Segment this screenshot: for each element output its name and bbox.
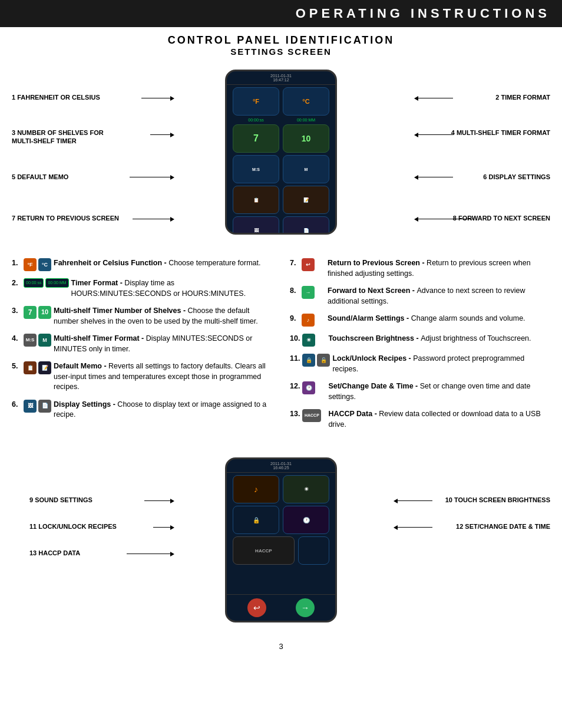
cell-disp1: 🖼 — [233, 216, 279, 235]
item-12-icons: 🕐 — [302, 381, 326, 394]
icon-txt: 📄 — [38, 400, 51, 413]
arrow-12 — [397, 527, 432, 528]
item-10: 10. ☀ Touchscreen Brightness - Adjust br… — [290, 334, 550, 347]
cell-disp2: 📄 — [283, 216, 329, 235]
cell-time2: 🕐 — [283, 506, 329, 534]
icon-memo2: 📝 — [38, 361, 51, 374]
device-mockup-1: 2011-01-3116:47:12 °F °C 00:00:ss 00:00:… — [225, 70, 337, 235]
icon-time-hm: 00:00:MM — [45, 278, 68, 288]
item-10-text: Touchscreen Brightness - Adjust brightne… — [328, 334, 550, 344]
sub-section-title: SETTINGS SCREEN — [0, 47, 562, 57]
label-2-timer: 2 TIMER FORMAT — [495, 93, 550, 101]
arrow-4 — [418, 134, 453, 135]
cell-fahrenheit: °F — [233, 87, 279, 116]
left-col: 1. °F °C Fahrenheit or Celsius Function … — [12, 258, 272, 437]
arrow-5 — [130, 177, 171, 177]
timer-hms: 00:00:ss — [233, 118, 279, 122]
right-col: 7. ↩ Return to Previous Screen - Return … — [290, 258, 550, 437]
arrow-3 — [150, 134, 171, 135]
icon-ms: M:S — [24, 334, 37, 347]
page-header: OPERATING INSTRUCTIONS — [0, 0, 562, 27]
icon-sound: ♪ — [302, 314, 315, 327]
item-1-num: 1. — [12, 258, 21, 269]
arrow-2 — [418, 98, 453, 98]
item-8-icons: → — [302, 286, 325, 299]
item-7-icons: ↩ — [302, 258, 325, 271]
item-13-text: HACCP Data - Review data collected or do… — [328, 409, 550, 430]
label-5-memo: 5 DEFAULT MEMO — [12, 173, 68, 181]
item-7: 7. ↩ Return to Previous Screen - Return … — [290, 258, 550, 279]
label-7-return: 7 RETURN TO PREVIOUS SCREEN — [12, 214, 119, 222]
arrow-9 — [144, 500, 171, 501]
arrow-13 — [127, 554, 171, 554]
cell-sound: ♪ — [233, 475, 279, 503]
label-1-fahrenheit: 1 FAHRENHEIT OR CELSIUS — [12, 93, 100, 101]
item-12-text: Set/Change Date & Time - Set or change o… — [328, 381, 550, 402]
icon-img: 🖼 — [24, 400, 37, 413]
item-13-icons: HACCP — [302, 409, 326, 422]
item-11: 11. 🔒 🔓 Lock/Unlock Recipes - Password p… — [290, 354, 550, 374]
label-4-multishelf: 4 MULTI-SHELF TIMER FORMAT — [451, 129, 550, 137]
item-9: 9. ♪ Sound/Alarm Settings - Change alarm… — [290, 314, 550, 327]
icon-brightness: ☀ — [302, 334, 315, 347]
item-13-num: 13. — [290, 409, 300, 420]
cell-lock2: 🔒 — [233, 506, 279, 534]
item-2: 2. 00:00:ss 00:00:MM Timer Format - Disp… — [12, 278, 272, 299]
item-1-text: Fahrenheit or Celsius Function - Choose … — [54, 258, 272, 269]
item-12: 12. 🕐 Set/Change Date & Time - Set or ch… — [290, 381, 550, 402]
item-12-num: 12. — [290, 381, 300, 392]
cell-celsius: °C — [283, 87, 329, 116]
item-11-text: Lock/Unlock Recipes - Password protect p… — [332, 354, 550, 374]
item-5-num: 5. — [12, 361, 21, 372]
item-1-icons: °F °C — [24, 258, 51, 271]
item-3-icons: 7 10 — [24, 306, 51, 319]
cell-7shelves: 7 — [233, 124, 279, 153]
diagram-1: 1 FAHRENHEIT OR CELSIUS 3 NUMBER OF SHEL… — [0, 64, 562, 252]
arrow-6 — [418, 177, 453, 177]
item-4-num: 4. — [12, 334, 21, 344]
arrow-10 — [397, 500, 432, 501]
label-13-haccp: 13 HACCP DATA — [29, 549, 80, 557]
item-11-icons: 🔒 🔓 — [302, 354, 330, 367]
icon-7: 7 — [24, 306, 37, 319]
item-8-num: 8. — [290, 286, 299, 297]
item-9-text: Sound/Alarm Settings - Change alarm soun… — [328, 314, 550, 324]
cell-format-m: M — [283, 155, 329, 183]
item-5: 5. 📋 📝 Default Memo - Reverts all settin… — [12, 361, 272, 393]
item-5-text: Default Memo - Reverts all settings to f… — [54, 361, 272, 393]
arrow-11 — [153, 527, 171, 528]
item-6-icons: 🖼 📄 — [24, 400, 51, 413]
item-7-num: 7. — [290, 258, 299, 269]
item-6-text: Display Settings - Choose to display tex… — [54, 400, 272, 420]
cell-10shelves: 10 — [283, 124, 329, 153]
cell-memo2: 📝 — [283, 186, 329, 214]
cell-memo1: 📋 — [233, 186, 279, 214]
item-8: 8. → Forward to Next Screen - Advance to… — [290, 286, 550, 307]
item-5-icons: 📋 📝 — [24, 361, 51, 374]
item-2-text: Timer Format - Display time as HOURS:MIN… — [71, 278, 272, 299]
icon-return: ↩ — [302, 258, 315, 271]
label-6-display: 6 DISPLAY SETTINGS — [483, 173, 550, 181]
item-7-text: Return to Previous Screen - Return to pr… — [328, 258, 550, 279]
item-9-num: 9. — [290, 314, 299, 324]
page-number: 3 — [0, 637, 562, 657]
arrow-1 — [141, 98, 171, 98]
icon-fahrenheit: °F — [24, 258, 37, 271]
item-9-icons: ♪ — [302, 314, 325, 327]
icon-10: 10 — [38, 306, 51, 319]
timer-hm: 00:00:MM — [283, 118, 329, 122]
icon-time-hms: 00:00:ss — [24, 278, 44, 288]
item-3: 3. 7 10 Multi-shelf Timer Number of Shel… — [12, 306, 272, 327]
item-1: 1. °F °C Fahrenheit or Celsius Function … — [12, 258, 272, 271]
icon-datetime: 🕐 — [302, 381, 315, 394]
cell-haccp2: HACCP — [233, 536, 295, 565]
icon-lock: 🔒 — [302, 354, 315, 367]
item-8-text: Forward to Next Screen - Advance to next… — [328, 286, 550, 307]
arrow-8 — [418, 219, 474, 219]
item-2-num: 2. — [12, 278, 21, 289]
device2-date: 2011-01-3116:46:25 — [227, 459, 335, 473]
diagram-2: 9 SOUND SETTINGS 11 LOCK/UNLOCK RECIPES … — [0, 454, 562, 637]
cell-format-min: M:S — [233, 155, 279, 183]
icon-forward: → — [302, 286, 315, 299]
back-button-device2: ↩ — [247, 598, 266, 617]
